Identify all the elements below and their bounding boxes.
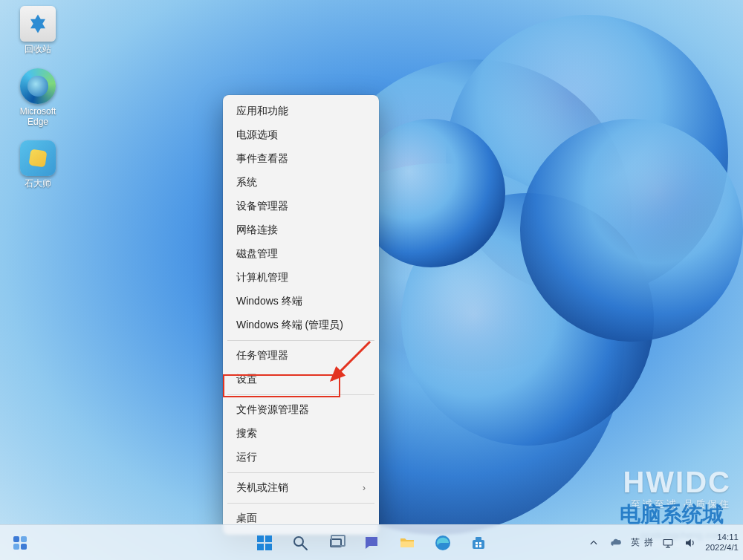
desktop-background[interactable]: 回收站 Microsoft Edge 石大师 应用和功能 电源选项 事件查看器 … <box>0 0 743 560</box>
menu-item-file-explorer[interactable]: 文件资源管理器 <box>223 398 379 422</box>
ime-layout: 拼 <box>644 536 653 549</box>
menu-item-apps-features[interactable]: 应用和功能 <box>223 100 379 123</box>
edge-icon <box>434 534 452 552</box>
desktop-icon-label: 回收站 <box>25 45 51 55</box>
svg-line-10 <box>302 545 307 550</box>
ime-lang: 英 <box>631 536 640 549</box>
chat-icon <box>363 534 380 552</box>
taskbar-center <box>249 528 494 558</box>
taskbar-tray: 英 拼 14:11 2022/4/1 <box>586 525 739 560</box>
start-button[interactable] <box>249 528 280 558</box>
recycle-bin-icon <box>20 6 56 42</box>
svg-rect-2 <box>21 536 27 542</box>
svg-rect-14 <box>476 537 481 541</box>
edge-icon <box>20 68 56 104</box>
menu-item-task-manager[interactable]: 任务管理器 <box>223 344 379 368</box>
taskbar-search-button[interactable] <box>285 528 316 558</box>
tray-volume[interactable] <box>683 535 698 550</box>
network-icon <box>661 536 675 550</box>
svg-rect-16 <box>479 542 481 544</box>
widgets-icon <box>11 534 29 552</box>
menu-item-run[interactable]: 运行 <box>223 446 379 469</box>
tray-onedrive[interactable] <box>609 535 623 550</box>
svg-rect-7 <box>257 544 264 550</box>
chat-button[interactable] <box>356 528 387 558</box>
shidashi-icon <box>20 140 56 176</box>
file-explorer-button[interactable] <box>392 528 423 558</box>
menu-item-search[interactable]: 搜索 <box>223 422 379 446</box>
clock-date: 2022/4/1 <box>705 543 739 553</box>
tray-network[interactable] <box>661 535 675 550</box>
store-icon <box>470 534 487 552</box>
task-view-button[interactable] <box>320 528 351 558</box>
taskbar: 英 拼 14:11 2022/4/1 <box>0 524 743 560</box>
svg-point-9 <box>294 537 303 546</box>
widgets-button[interactable] <box>4 528 36 558</box>
menu-separator <box>227 394 374 395</box>
svg-rect-15 <box>476 542 478 544</box>
desktop-icon-edge[interactable]: Microsoft Edge <box>9 68 67 128</box>
desktop-icon-recycle-bin[interactable]: 回收站 <box>9 6 67 55</box>
desktop-icon-label: 石大师 <box>25 179 51 189</box>
cloud-icon <box>609 536 623 550</box>
ime-indicator[interactable]: 英 拼 <box>631 536 653 549</box>
search-icon <box>291 534 309 552</box>
menu-separator <box>227 503 374 504</box>
task-view-icon <box>330 538 342 547</box>
svg-rect-6 <box>265 535 272 542</box>
menu-item-power-options[interactable]: 电源选项 <box>223 123 379 147</box>
svg-rect-13 <box>473 540 484 549</box>
desktop-icons-column: 回收站 Microsoft Edge 石大师 <box>9 6 68 189</box>
svg-rect-8 <box>265 544 272 550</box>
windows-logo-icon <box>256 534 273 552</box>
menu-item-computer-management[interactable]: 计算机管理 <box>223 266 379 290</box>
svg-rect-18 <box>479 545 481 547</box>
menu-separator <box>227 340 374 341</box>
menu-item-disk-management[interactable]: 磁盘管理 <box>223 242 379 266</box>
taskbar-edge-button[interactable] <box>427 528 458 558</box>
menu-item-system[interactable]: 系统 <box>223 171 379 195</box>
clock-time: 14:11 <box>705 533 739 542</box>
desktop-icon-shidashi[interactable]: 石大师 <box>9 140 67 189</box>
svg-rect-5 <box>257 535 264 542</box>
chevron-up-icon <box>588 538 599 548</box>
winx-context-menu: 应用和功能 电源选项 事件查看器 系统 设备管理器 网络连接 磁盘管理 计算机管… <box>223 95 379 535</box>
taskbar-clock[interactable]: 14:11 2022/4/1 <box>705 533 739 552</box>
svg-rect-17 <box>476 545 478 547</box>
microsoft-store-button[interactable] <box>463 528 494 558</box>
menu-item-windows-terminal-admin[interactable]: Windows 终端 (管理员) <box>223 313 379 337</box>
svg-rect-19 <box>663 539 672 545</box>
svg-rect-4 <box>21 544 27 550</box>
menu-item-settings[interactable]: 设置 <box>223 368 379 391</box>
menu-item-device-manager[interactable]: 设备管理器 <box>223 195 379 218</box>
menu-item-event-viewer[interactable]: 事件查看器 <box>223 147 379 171</box>
menu-item-windows-terminal[interactable]: Windows 终端 <box>223 290 379 313</box>
menu-separator <box>227 472 374 473</box>
volume-icon <box>684 536 697 550</box>
svg-rect-1 <box>13 536 19 542</box>
menu-item-shutdown-signout[interactable]: 关机或注销 › <box>223 476 379 500</box>
chevron-right-icon: › <box>363 483 366 493</box>
folder-icon <box>398 534 416 552</box>
svg-rect-3 <box>13 544 19 550</box>
svg-rect-11 <box>400 541 414 547</box>
tray-overflow-button[interactable] <box>586 535 601 550</box>
menu-item-network-connections[interactable]: 网络连接 <box>223 218 379 242</box>
desktop-icon-label: Microsoft Edge <box>9 107 67 128</box>
